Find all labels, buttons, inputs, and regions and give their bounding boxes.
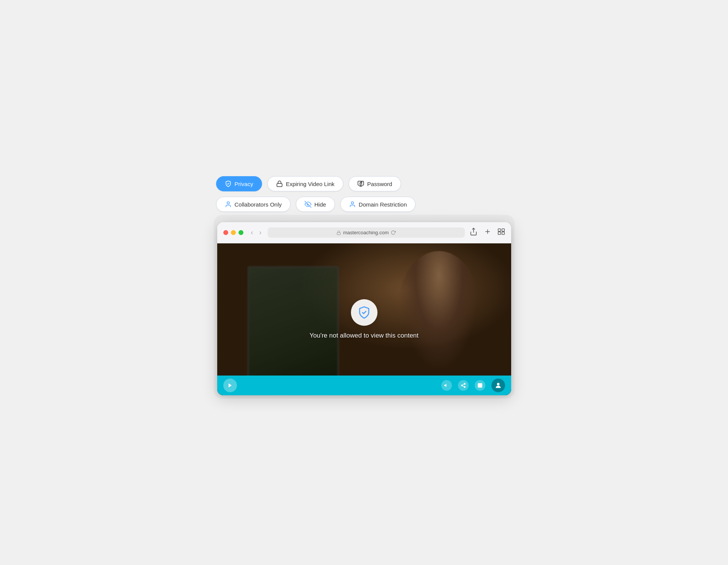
traffic-lights	[223, 230, 243, 235]
user-icon-domain	[349, 201, 356, 208]
refresh-icon[interactable]	[391, 230, 396, 235]
svg-rect-6	[337, 232, 340, 235]
svg-marker-15	[444, 384, 446, 387]
lock-address-icon	[336, 230, 341, 235]
toolbar-actions	[469, 227, 505, 238]
pill-hide-label: Hide	[314, 201, 326, 208]
traffic-light-green[interactable]	[238, 230, 243, 235]
pills-row-1: Privacy Expiring Video Link Password	[216, 176, 512, 191]
audio-icon	[444, 383, 449, 388]
svg-rect-0	[277, 183, 282, 186]
audio-button[interactable]	[441, 380, 452, 391]
pill-domain-label: Domain Restriction	[359, 201, 407, 208]
svg-line-19	[463, 386, 464, 387]
video-controls	[217, 376, 511, 395]
pill-privacy-label: Privacy	[235, 181, 253, 187]
svg-marker-14	[228, 384, 231, 388]
svg-rect-13	[502, 232, 504, 235]
svg-rect-21	[478, 384, 482, 388]
controls-left	[223, 379, 237, 392]
pills-row-2: Collaborators Only Hide Domain Restricti…	[216, 197, 512, 212]
pill-domain[interactable]: Domain Restriction	[340, 197, 416, 212]
svg-point-5	[351, 202, 354, 204]
play-icon	[227, 383, 233, 388]
pill-privacy[interactable]: Privacy	[216, 176, 262, 191]
svg-point-3	[227, 202, 229, 204]
svg-point-17	[461, 385, 463, 386]
forward-button[interactable]: ›	[258, 228, 263, 237]
pill-collaborators-label: Collaborators Only	[235, 201, 282, 208]
privacy-overlay: You're not allowed to view this content	[217, 243, 511, 395]
privacy-message: You're not allowed to view this content	[310, 332, 418, 339]
share-video-icon	[461, 383, 466, 388]
browser-window: ‹ › mastercoaching.com	[217, 222, 511, 395]
browser-toolbar: ‹ › mastercoaching.com	[217, 222, 511, 243]
svg-point-16	[464, 383, 465, 385]
avatar-button[interactable]	[491, 379, 505, 392]
address-bar[interactable]: mastercoaching.com	[268, 227, 465, 238]
url-text: mastercoaching.com	[343, 230, 389, 235]
svg-point-18	[464, 386, 465, 388]
pill-expiring-video[interactable]: Expiring Video Link	[267, 176, 343, 191]
traffic-light-red[interactable]	[223, 230, 228, 235]
svg-line-20	[463, 384, 464, 385]
traffic-light-yellow[interactable]	[231, 230, 236, 235]
controls-right	[441, 379, 505, 392]
monitor-lock-icon	[357, 180, 364, 187]
privacy-shield-icon	[357, 306, 371, 319]
main-container: Privacy Expiring Video Link Password	[216, 169, 512, 396]
privacy-icon-circle	[351, 299, 377, 326]
user-icon-collaborators	[225, 201, 232, 208]
settings-video-icon	[477, 383, 483, 388]
pill-expiring-label: Expiring Video Link	[286, 181, 335, 187]
eye-off-icon	[305, 201, 311, 208]
pill-collaborators[interactable]: Collaborators Only	[216, 197, 291, 212]
svg-point-22	[497, 383, 499, 385]
nav-buttons: ‹ ›	[250, 228, 263, 237]
pill-hide[interactable]: Hide	[296, 197, 335, 212]
browser-frame: ‹ › mastercoaching.com	[216, 217, 512, 396]
share-icon[interactable]	[469, 227, 478, 238]
new-tab-icon[interactable]	[484, 228, 491, 237]
svg-rect-11	[502, 229, 504, 232]
back-button[interactable]: ‹	[250, 228, 255, 237]
settings-video-button[interactable]	[475, 380, 485, 391]
play-button[interactable]	[223, 379, 237, 392]
svg-rect-12	[498, 232, 501, 235]
avatar-icon	[494, 382, 502, 389]
share-video-button[interactable]	[458, 380, 469, 391]
shield-icon	[225, 180, 232, 187]
tabs-icon[interactable]	[497, 228, 505, 237]
lock-icon	[276, 180, 283, 187]
pill-password-label: Password	[367, 181, 392, 187]
video-area: You're not allowed to view this content	[217, 243, 511, 395]
pill-password[interactable]: Password	[349, 176, 401, 191]
svg-rect-10	[498, 229, 501, 232]
